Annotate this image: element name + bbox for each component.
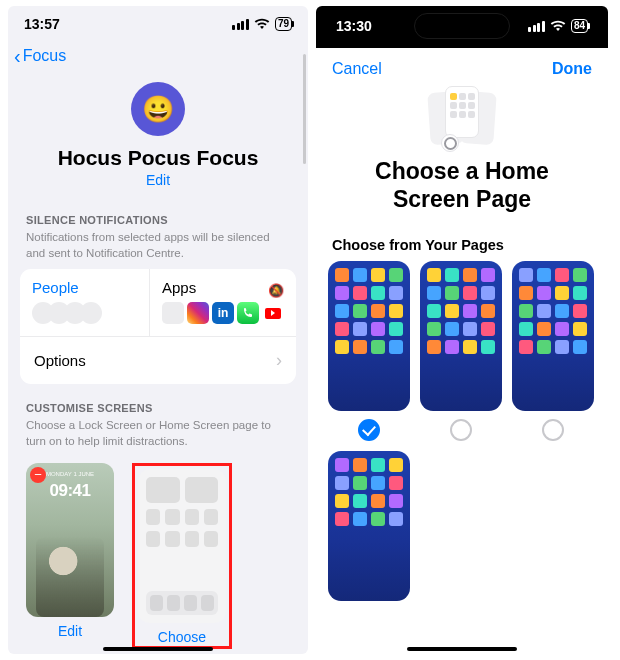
options-label: Options [34,352,86,369]
more-apps-icon [162,302,184,324]
page-thumbnail [512,261,594,411]
page-thumbnail [328,261,410,411]
wifi-icon [550,20,566,32]
page-option[interactable] [328,261,410,441]
lock-screen-preview[interactable]: − MONDAY 1 JUNE 09:41 [26,463,114,617]
cellular-icon [528,21,545,32]
people-cell[interactable]: People [20,269,149,336]
people-label: People [32,279,137,296]
page-check[interactable] [542,419,564,441]
silence-description: Notifications from selected apps will be… [8,228,308,269]
focus-title: Hocus Pocus Focus [8,146,308,170]
page-thumbnail [420,261,502,411]
pages-illustration-icon [419,86,505,150]
page-option[interactable] [420,261,502,441]
cancel-button[interactable]: Cancel [332,60,382,78]
scrollbar[interactable] [303,54,306,164]
page-check-selected[interactable] [358,419,380,441]
sheet-title: Choose a Home Screen Page [336,158,588,213]
notch-area: 13:30 84 [316,6,608,48]
youtube-icon [262,302,284,324]
page-check[interactable] [450,419,472,441]
home-indicator[interactable] [407,647,517,651]
cellular-icon [232,19,249,30]
linkedin-icon: in [212,302,234,324]
sheet-hero: Choose a Home Screen Page [316,82,608,227]
lock-time: 09:41 [26,481,114,501]
status-time: 13:57 [24,16,60,32]
back-label: Focus [23,47,67,65]
done-button[interactable]: Done [552,60,592,78]
battery-icon: 79 [275,17,292,31]
focus-settings-screen: 13:57 79 ‹ Focus 😀 Hocus Pocus Focus Edi… [8,6,308,654]
lock-edit-button[interactable]: Edit [26,623,114,639]
silenced-app-icons: in [162,302,284,324]
focus-edit-button[interactable]: Edit [8,172,308,188]
status-time: 13:30 [336,18,372,34]
page-option[interactable] [512,261,594,441]
people-avatars [32,302,137,324]
wifi-icon [254,18,270,30]
options-row[interactable]: Options › [20,336,296,384]
pages-grid [316,261,608,601]
bell-slash-icon: 🔕 [268,283,284,298]
customise-header: CUSTOMISE SCREENS [8,384,308,416]
pages-subheader: Choose from Your Pages [316,227,608,261]
home-choose-button[interactable]: Choose [138,629,226,645]
back-button[interactable]: ‹ Focus [8,42,308,76]
customise-description: Choose a Lock Screen or Home Screen page… [8,416,308,457]
page-option[interactable] [328,451,410,601]
dynamic-island [415,14,509,38]
chevron-right-icon: › [276,350,282,371]
silence-card: People Apps 🔕 in [20,269,296,384]
instagram-icon [187,302,209,324]
home-indicator[interactable] [103,647,213,651]
home-screen-column-highlighted: Choose [132,463,232,649]
apps-label: Apps [162,279,196,296]
page-thumbnail [328,451,410,601]
focus-mode-icon: 😀 [131,82,185,136]
focus-badge-icon [441,134,459,152]
apps-cell[interactable]: Apps 🔕 in [149,269,296,336]
lock-screen-column: − MONDAY 1 JUNE 09:41 Edit [26,463,114,649]
battery-icon: 84 [571,19,588,33]
status-bar: 13:57 79 [8,6,308,42]
phone-icon [237,302,259,324]
home-screen-preview[interactable] [138,469,226,623]
choose-page-screen: 13:30 84 Cancel Done [316,6,608,654]
chevron-left-icon: ‹ [14,46,21,66]
silence-header: SILENCE NOTIFICATIONS [8,196,308,228]
